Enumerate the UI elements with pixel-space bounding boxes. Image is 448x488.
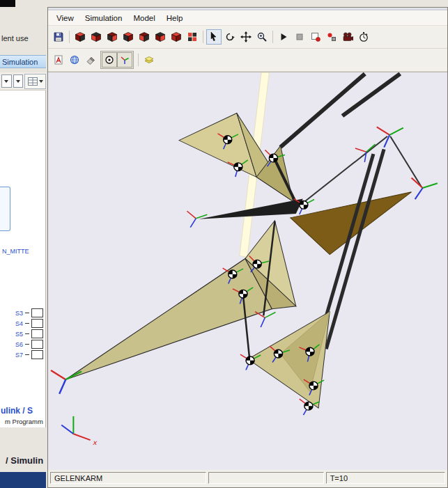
- main-toolbar: [48, 26, 447, 49]
- port-row[interactable]: S7: [15, 350, 43, 359]
- brown-plate-body: [291, 192, 412, 255]
- port-row[interactable]: S6: [15, 340, 43, 349]
- signal-line: [25, 354, 29, 355]
- tab-simulation-label: Simulation: [2, 58, 38, 66]
- annotation-button[interactable]: [51, 52, 66, 68]
- menu-help[interactable]: Help: [161, 12, 189, 24]
- pointer-tool-button[interactable]: [206, 29, 222, 45]
- block-fragment[interactable]: [0, 187, 10, 231]
- fit-view-button[interactable]: [185, 29, 200, 45]
- toolbar-separator: [272, 31, 273, 43]
- tab-simulation[interactable]: Simulation: [0, 55, 46, 68]
- status-bar: GELENKARM T=10: [48, 470, 447, 487]
- zoom-icon: [256, 31, 268, 42]
- signal-line: [25, 344, 29, 345]
- cube-icon: [91, 31, 102, 42]
- view-cube-2-button[interactable]: [88, 29, 104, 45]
- x-axis-label: x: [93, 439, 98, 446]
- lower-plate-bodies: [65, 221, 330, 408]
- port-block[interactable]: [31, 329, 43, 338]
- record-point-button[interactable]: [324, 29, 339, 45]
- toolbar-separator: [203, 31, 203, 43]
- cube-icon: [123, 31, 134, 42]
- stop-button[interactable]: [292, 29, 307, 45]
- eraser-button[interactable]: [83, 52, 98, 68]
- grid-icon: [28, 77, 38, 86]
- play-button[interactable]: [276, 29, 291, 45]
- menu-simulation[interactable]: Simulation: [79, 12, 128, 24]
- upper-link-bodies: [280, 74, 400, 147]
- record-frame-icon: [310, 31, 321, 42]
- signal-line: [25, 333, 29, 334]
- display-toggle-group: [100, 51, 134, 69]
- view-cube-6-button[interactable]: [153, 29, 168, 45]
- background-window-fragment[interactable]: [0, 472, 46, 488]
- pan-tool-button[interactable]: [238, 29, 254, 45]
- cube-icon: [107, 31, 118, 42]
- menu-model[interactable]: Model: [128, 12, 160, 24]
- pointer-icon: [208, 31, 219, 42]
- recent-use-label: lent use: [1, 34, 29, 42]
- secondary-toolbar: [48, 49, 447, 72]
- pan-icon: [240, 31, 252, 42]
- layers-button[interactable]: [141, 52, 157, 68]
- save-icon: [53, 31, 64, 42]
- status-machine-name: GELENKARM: [50, 472, 206, 484]
- record-frame-button[interactable]: [308, 29, 323, 45]
- globe-button[interactable]: [67, 52, 82, 68]
- annotation-icon: [53, 54, 64, 65]
- chevron-down-icon: [16, 80, 20, 83]
- save-button[interactable]: [51, 29, 66, 45]
- chevron-down-icon: [4, 80, 8, 83]
- cube-icon: [155, 31, 166, 42]
- program-text-label: m Programm: [5, 418, 43, 425]
- view-cube-1-button[interactable]: [72, 29, 88, 45]
- view-cube-4-button[interactable]: [121, 29, 136, 45]
- upper-plate-bodies: [179, 113, 296, 203]
- center-marker-icon: [104, 54, 115, 65]
- signal-line: [25, 323, 29, 324]
- orbit-tool-button[interactable]: [222, 29, 238, 45]
- port-row[interactable]: S3: [15, 308, 43, 317]
- world-frame-triad: x: [61, 416, 98, 446]
- globe-icon: [69, 54, 80, 65]
- show-center-markers-button[interactable]: [102, 52, 117, 68]
- camera-button[interactable]: [340, 29, 355, 45]
- stop-icon: [294, 31, 305, 42]
- menu-view[interactable]: View: [51, 12, 79, 24]
- port-label: S5: [15, 331, 23, 338]
- port-label: S7: [15, 352, 23, 359]
- show-frame-axes-button[interactable]: [117, 52, 132, 68]
- status-time: T=10: [326, 472, 445, 484]
- view-options-button[interactable]: [24, 74, 46, 89]
- fit-view-icon: [187, 31, 198, 42]
- port-row[interactable]: S5: [15, 329, 43, 338]
- cube-icon: [75, 31, 86, 42]
- desktop: { "window": { "menu_items": ["View", "Si…: [0, 0, 448, 488]
- cube-icon: [171, 31, 182, 42]
- frame-axes-icon: [119, 54, 130, 65]
- port-label: S3: [15, 310, 23, 317]
- port-block[interactable]: [31, 350, 43, 359]
- mechanism-3d-view[interactable]: x: [48, 72, 447, 470]
- port-block[interactable]: [31, 319, 43, 328]
- view-cube-5-button[interactable]: [137, 29, 152, 45]
- port-block[interactable]: [31, 308, 43, 317]
- dropdown-button-2[interactable]: [13, 74, 24, 88]
- play-icon: [278, 31, 289, 42]
- port-row[interactable]: S4: [15, 319, 43, 328]
- port-block[interactable]: [31, 340, 43, 349]
- background-model-panel: [0, 90, 46, 427]
- heading-text-label: / Simulin: [6, 455, 43, 466]
- dropdown-button[interactable]: [1, 74, 12, 88]
- view-cube-7-button[interactable]: [169, 29, 184, 45]
- record-point-icon: [326, 31, 337, 42]
- zoom-tool-button[interactable]: [254, 29, 270, 45]
- toolbar-separator: [138, 54, 139, 66]
- menu-bar: View Simulation Model Help: [48, 10, 447, 26]
- view-cube-3-button[interactable]: [105, 29, 120, 45]
- stopwatch-icon: [358, 31, 369, 42]
- simulink-link-label[interactable]: ulink / S: [1, 406, 33, 416]
- stopwatch-button[interactable]: [356, 29, 371, 45]
- background-toolbar: [0, 72, 46, 90]
